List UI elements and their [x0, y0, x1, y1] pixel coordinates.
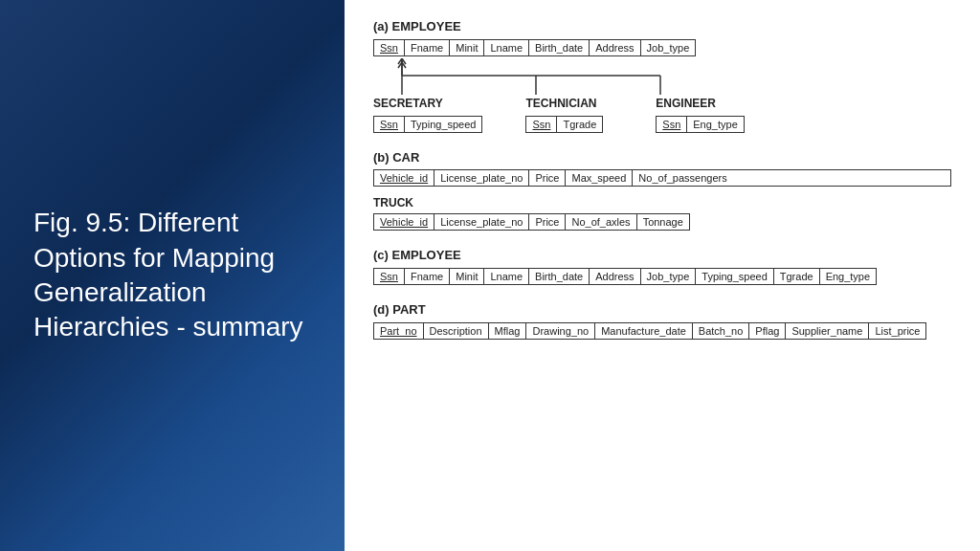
c-eng-type: Eng_type: [820, 269, 876, 284]
car-table: Vehicle_id License_plate_no Price Max_sp…: [373, 169, 951, 187]
c-job-type: Job_type: [641, 269, 697, 284]
d-list-price: List_price: [869, 323, 925, 339]
car-license: License_plate_no: [434, 170, 529, 186]
truck-license: License_plate_no: [434, 214, 529, 230]
car-max-speed: Max_speed: [566, 170, 633, 186]
technician-label: TECHNICIAN: [525, 97, 603, 110]
section-b: (b) CAR Vehicle_id License_plate_no Pric…: [373, 150, 951, 231]
car-vehicle-id: Vehicle_id: [374, 170, 434, 186]
c-ssn: Ssn: [374, 269, 405, 284]
col-fname: Fname: [405, 40, 450, 55]
d-manufacture-date: Manufacture_date: [595, 323, 693, 339]
truck-axles: No_of_axles: [566, 214, 636, 230]
d-batch-no: Batch_no: [693, 323, 749, 339]
employee-parent-table: Ssn Fname Minit Lname Birth_date Address…: [373, 38, 951, 56]
d-part-no: Part_no: [374, 323, 424, 339]
c-fname: Fname: [405, 269, 450, 284]
section-c: (c) EMPLOYEE Ssn Fname Minit Lname Birth…: [373, 248, 951, 285]
technician-group: TECHNICIAN Ssn Tgrade: [525, 97, 603, 133]
tech-ssn: Ssn: [526, 117, 557, 132]
left-panel: Fig. 9.5: Different Options for Mapping …: [0, 0, 345, 551]
secretary-label: SECRETARY: [373, 97, 482, 110]
part-table: Part_no Description Mflag Drawing_no Man…: [373, 322, 926, 340]
c-typing-speed: Typing_speed: [696, 269, 774, 284]
section-b-label: (b) CAR: [373, 150, 951, 165]
secretary-group: SECRETARY Ssn Typing_speed: [373, 97, 482, 133]
engineer-group: ENGINEER Ssn Eng_type: [656, 97, 744, 133]
section-c-label: (c) EMPLOYEE: [373, 248, 951, 262]
d-mflag: Mflag: [489, 323, 527, 339]
truck-vehicle-id: Vehicle_id: [374, 214, 434, 230]
d-drawing-no: Drawing_no: [526, 323, 595, 339]
eng-ssn: Ssn: [657, 117, 687, 132]
section-d-label: (d) PART: [373, 302, 951, 317]
truck-label: TRUCK: [373, 196, 951, 209]
col-birth-date: Birth_date: [529, 40, 590, 55]
d-pflag: Pflag: [749, 323, 786, 339]
c-minit: Minit: [450, 269, 484, 284]
car-passengers: No_of_passengers: [633, 170, 732, 186]
eng-type: Eng_type: [687, 117, 743, 132]
d-supplier-name: Supplier_name: [786, 323, 869, 339]
right-panel: (a) EMPLOYEE Ssn Fname Minit Lname Birth…: [345, 0, 980, 551]
employee-c-table: Ssn Fname Minit Lname Birth_date Address…: [373, 268, 877, 285]
truck-tonnage: Tonnage: [637, 214, 689, 230]
col-job-type: Job_type: [641, 40, 696, 55]
car-price: Price: [529, 170, 566, 186]
c-birth-date: Birth_date: [529, 269, 590, 284]
hierarchy-connector: [373, 58, 727, 95]
c-lname: Lname: [484, 269, 529, 284]
sec-ssn: Ssn: [374, 117, 405, 132]
c-tgrade: Tgrade: [774, 269, 820, 284]
truck-price: Price: [529, 214, 566, 230]
tech-tgrade: Tgrade: [557, 117, 602, 132]
section-d: (d) PART Part_no Description Mflag Drawi…: [373, 302, 951, 340]
col-address: Address: [590, 40, 640, 55]
engineer-label: ENGINEER: [656, 97, 744, 110]
d-description: Description: [424, 323, 489, 339]
employee-children: SECRETARY Ssn Typing_speed TECHNICIAN Ss…: [373, 97, 951, 133]
truck-table: Vehicle_id License_plate_no Price No_of_…: [373, 213, 690, 231]
col-ssn: Ssn: [374, 40, 405, 55]
section-a: (a) EMPLOYEE Ssn Fname Minit Lname Birth…: [373, 19, 951, 133]
slide-title: Fig. 9.5: Different Options for Mapping …: [33, 206, 311, 345]
section-a-label: (a) EMPLOYEE: [373, 19, 951, 33]
col-minit: Minit: [450, 40, 484, 55]
col-lname: Lname: [484, 40, 529, 55]
c-address: Address: [590, 269, 640, 284]
sec-typing-speed: Typing_speed: [405, 117, 482, 132]
car-truck-tables: Vehicle_id License_plate_no Price Max_sp…: [373, 169, 951, 231]
